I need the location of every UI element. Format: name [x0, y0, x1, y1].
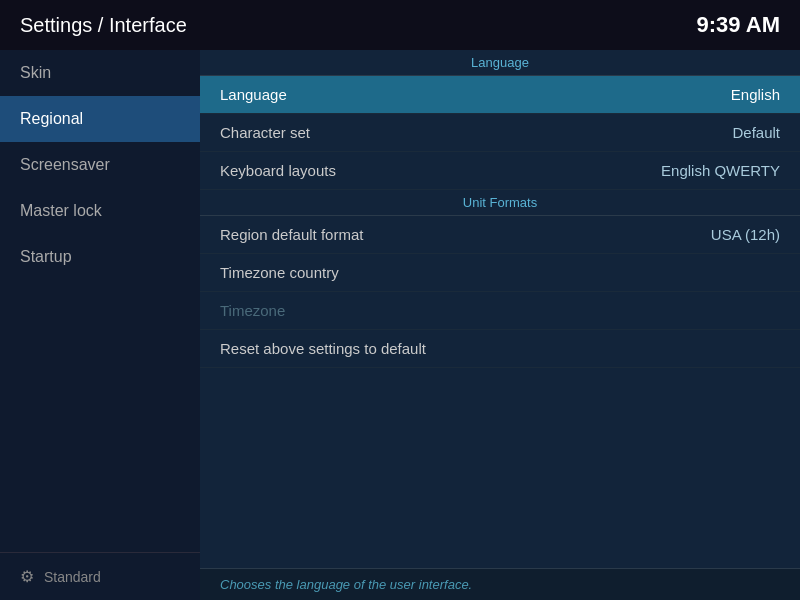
gear-icon: ⚙ [20, 567, 34, 586]
reset-settings-label: Reset above settings to default [220, 340, 426, 357]
setting-row-language[interactable]: Language English [200, 76, 800, 114]
main-container: Skin Regional Screensaver Master lock St… [0, 50, 800, 600]
sidebar-item-screensaver[interactable]: Screensaver [0, 142, 200, 188]
character-set-value: Default [732, 124, 780, 141]
sidebar-item-skin[interactable]: Skin [0, 50, 200, 96]
unit-formats-section-header: Unit Formats [200, 190, 800, 216]
region-default-format-label: Region default format [220, 226, 363, 243]
sidebar: Skin Regional Screensaver Master lock St… [0, 50, 200, 600]
sidebar-item-master-lock[interactable]: Master lock [0, 188, 200, 234]
settings-list: Language Language English Character set … [200, 50, 800, 568]
language-label: Language [220, 86, 287, 103]
region-default-format-value: USA (12h) [711, 226, 780, 243]
language-value: English [731, 86, 780, 103]
content-area: Language Language English Character set … [200, 50, 800, 600]
status-text: Chooses the language of the user interfa… [220, 577, 472, 592]
sidebar-item-startup[interactable]: Startup [0, 234, 200, 280]
setting-row-timezone-country[interactable]: Timezone country [200, 254, 800, 292]
timezone-label: Timezone [220, 302, 285, 319]
setting-row-character-set[interactable]: Character set Default [200, 114, 800, 152]
sidebar-nav: Skin Regional Screensaver Master lock St… [0, 50, 200, 552]
timezone-country-label: Timezone country [220, 264, 339, 281]
setting-row-region-default-format[interactable]: Region default format USA (12h) [200, 216, 800, 254]
sidebar-footer: ⚙ Standard [0, 552, 200, 600]
setting-row-reset-settings[interactable]: Reset above settings to default [200, 330, 800, 368]
setting-row-keyboard-layouts[interactable]: Keyboard layouts English QWERTY [200, 152, 800, 190]
sidebar-footer-label: Standard [44, 569, 101, 585]
clock: 9:39 AM [696, 12, 780, 38]
status-bar: Chooses the language of the user interfa… [200, 568, 800, 600]
language-section-header: Language [200, 50, 800, 76]
setting-row-timezone: Timezone [200, 292, 800, 330]
sidebar-item-regional[interactable]: Regional [0, 96, 200, 142]
page-title: Settings / Interface [20, 14, 187, 37]
keyboard-layouts-label: Keyboard layouts [220, 162, 336, 179]
keyboard-layouts-value: English QWERTY [661, 162, 780, 179]
character-set-label: Character set [220, 124, 310, 141]
header: Settings / Interface 9:39 AM [0, 0, 800, 50]
